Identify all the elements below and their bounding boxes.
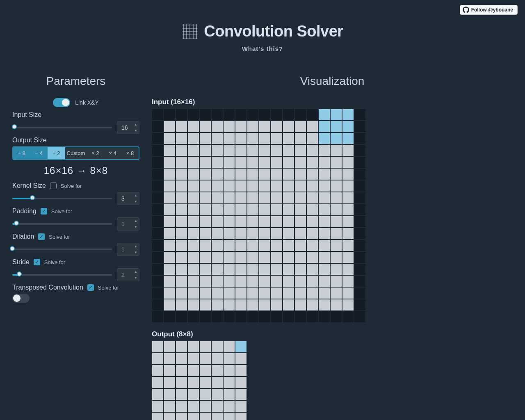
output-cell	[164, 377, 176, 388]
link-xy-toggle[interactable]	[53, 98, 70, 107]
input-cell	[306, 275, 318, 287]
input-cell	[176, 144, 187, 156]
output-cell	[211, 353, 223, 365]
input-cell	[235, 216, 247, 228]
chevron-down-icon[interactable]: ▼	[132, 275, 139, 281]
output-size-option[interactable]: × 4	[104, 147, 121, 159]
output-cell	[152, 377, 164, 388]
padding-cell	[271, 109, 283, 121]
input-cell	[342, 144, 354, 156]
input-cell	[247, 168, 259, 180]
kernel-size-slider[interactable]	[12, 198, 112, 199]
input-cell	[211, 275, 223, 287]
whats-this-link[interactable]: What's this?	[0, 45, 525, 52]
chevron-down-icon[interactable]: ▼	[132, 249, 139, 256]
input-cell	[164, 192, 176, 204]
github-follow-button[interactable]: Follow @ybouane	[460, 5, 518, 15]
output-cell	[176, 365, 187, 377]
padding-cell	[354, 156, 366, 168]
chevron-up-icon[interactable]: ▲	[132, 218, 139, 224]
kernel-cell	[318, 121, 330, 132]
chevron-up-icon[interactable]: ▲	[132, 243, 139, 249]
padding-cell	[283, 311, 294, 323]
chevron-up-icon[interactable]: ▲	[132, 192, 139, 199]
output-cell	[223, 400, 235, 412]
chevron-up-icon[interactable]: ▲	[132, 269, 139, 275]
input-cell	[187, 121, 199, 132]
stride-input[interactable]: 2 ▲▼	[117, 268, 139, 281]
input-cell	[235, 287, 247, 299]
chevron-down-icon[interactable]: ▼	[132, 128, 139, 134]
chevron-down-icon[interactable]: ▼	[132, 224, 139, 230]
input-cell	[199, 180, 211, 192]
output-size-option[interactable]: × 8	[121, 147, 139, 159]
input-cell	[318, 168, 330, 180]
input-cell	[294, 251, 306, 263]
input-cell	[164, 263, 176, 275]
output-cell	[223, 353, 235, 365]
input-cell	[318, 180, 330, 192]
output-size-option[interactable]: Custom	[65, 147, 87, 159]
input-cell	[330, 251, 342, 263]
padding-cell	[152, 180, 164, 192]
transposed-toggle[interactable]	[12, 294, 30, 303]
input-cell	[247, 121, 259, 132]
chevron-down-icon[interactable]: ▼	[132, 199, 139, 205]
input-size-slider[interactable]	[12, 127, 112, 128]
input-cell	[306, 216, 318, 228]
kernel-size-input[interactable]: 3 ▲▼	[117, 192, 139, 205]
input-cell	[235, 240, 247, 251]
input-cell	[306, 240, 318, 251]
input-cell	[283, 251, 294, 263]
input-cell	[294, 287, 306, 299]
output-cell	[211, 412, 223, 420]
output-size-option[interactable]: ÷ 4	[30, 147, 48, 159]
padding-cell	[247, 109, 259, 121]
output-cell	[235, 377, 247, 388]
input-cell	[271, 275, 283, 287]
input-cell	[306, 228, 318, 240]
input-cell	[283, 168, 294, 180]
output-cell	[152, 341, 164, 353]
input-cell	[306, 251, 318, 263]
stride-slider[interactable]	[12, 274, 112, 276]
input-cell	[211, 132, 223, 144]
input-cell	[330, 287, 342, 299]
padding-cell	[354, 109, 366, 121]
kernel-solve-checkbox[interactable]	[50, 183, 57, 189]
output-size-option[interactable]: × 2	[87, 147, 104, 159]
padding-cell	[354, 275, 366, 287]
padding-cell	[330, 311, 342, 323]
transposed-solve-checkbox[interactable]: ✓	[87, 284, 94, 291]
input-cell	[330, 228, 342, 240]
input-cell	[164, 216, 176, 228]
input-cell	[223, 251, 235, 263]
output-cell	[199, 400, 211, 412]
dilation-solve-checkbox[interactable]: ✓	[38, 233, 45, 240]
stride-solve-checkbox[interactable]: ✓	[34, 259, 40, 265]
input-size-input[interactable]: 16 ▲▼	[117, 121, 139, 134]
padding-cell	[342, 311, 354, 323]
padding-cell	[152, 299, 164, 311]
padding-cell	[176, 109, 187, 121]
input-cell	[342, 287, 354, 299]
input-cell	[259, 216, 271, 228]
input-cell	[271, 180, 283, 192]
input-cell	[187, 156, 199, 168]
output-cell	[199, 353, 211, 365]
input-cell	[211, 228, 223, 240]
output-size-segmented: ÷ 8÷ 4÷ 2Custom× 2× 4× 8	[12, 146, 139, 160]
padding-solve-checkbox[interactable]: ✓	[41, 208, 47, 215]
input-cell	[211, 216, 223, 228]
padding-slider[interactable]	[12, 223, 112, 225]
input-cell	[342, 168, 354, 180]
output-cell	[176, 353, 187, 365]
output-size-option[interactable]: ÷ 2	[48, 147, 65, 159]
output-size-option[interactable]: ÷ 8	[13, 147, 30, 159]
padding-cell	[152, 263, 164, 275]
chevron-up-icon[interactable]: ▲	[132, 121, 139, 128]
dilation-slider[interactable]	[12, 249, 112, 250]
dilation-input[interactable]: 1 ▲▼	[117, 243, 139, 256]
input-cell	[294, 275, 306, 287]
padding-input[interactable]: 1 ▲▼	[117, 217, 139, 231]
